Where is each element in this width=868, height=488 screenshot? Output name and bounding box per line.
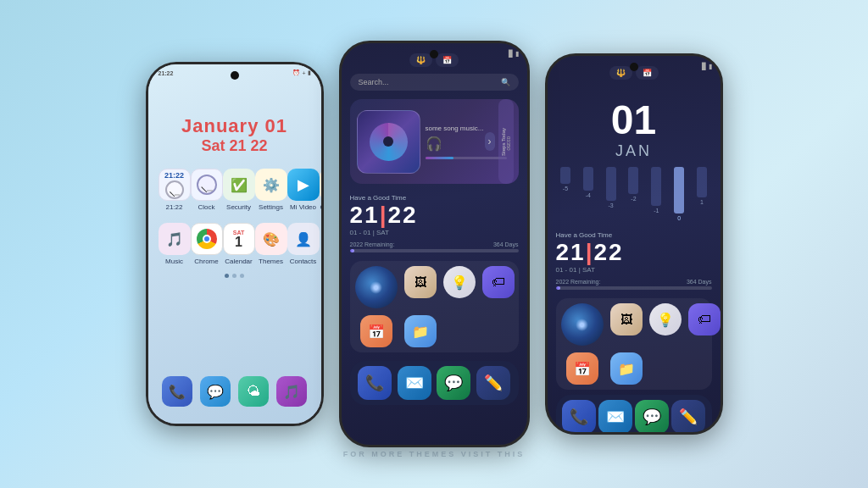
files-app-3[interactable]: 📁 [610,352,643,385]
dock-notes-3[interactable]: ✏️ [671,400,705,434]
apps-grid-2: 🖼 💡 🏷 📅 📁 [350,261,519,352]
day-strip-3: -5 -4 -3 -2 -1 [548,167,721,221]
fork-icon-3: 🔱 [616,69,626,77]
themes-app-item[interactable]: 🎨 Themes [255,223,287,265]
day-label-minus5: -5 [563,186,568,191]
dock-phone-icon[interactable]: 📞 [162,376,192,407]
vinyl-center [383,136,393,147]
calendar-big-icon: 📅 [360,315,392,347]
camera-notch-2 [430,50,438,58]
calendar-big-app-3[interactable]: 📅 [561,352,604,385]
minute-3: 22 [594,239,624,265]
dot-2 [232,274,236,278]
settings-app-label: Settings [259,203,283,211]
battery-icon-3: ▮ [709,63,712,70]
mivideo-app-label: Mi Video [290,203,316,211]
fork-icon: 🔱 [416,56,426,64]
gallery-app-3[interactable]: 🖼 [610,303,643,346]
progress-fill-2 [350,249,355,252]
next-arrow[interactable]: › [485,132,495,151]
files-icon-3: 📁 [610,352,643,385]
calendar-app-item[interactable]: SAT 1 Calendar [223,223,255,265]
contacts-app-label: Contacts [290,258,317,265]
dock-notes-2[interactable]: ✏️ [476,366,510,400]
clock-app-label: Clock [198,203,214,211]
album-cover [357,110,420,174]
themes-app-icon: 🎨 [255,223,287,255]
files-app[interactable]: 📁 [404,315,437,347]
dock-messages-2[interactable]: ✉️ [398,366,431,400]
time-display-3: Have a Good Time 21|22 01 - 01 | SAT [556,231,712,274]
lamp-icon: 💡 [443,266,476,298]
day-minus4: -4 [583,167,593,221]
lamp-app-3[interactable]: 💡 [649,303,682,346]
sticker-app-3[interactable]: 🏷 [688,303,721,346]
clock-widget-icon: 21:22 [159,169,191,201]
day-minus1: -1 [651,167,661,221]
lamp-icon-3: 💡 [649,303,682,336]
chrome-app-item[interactable]: Chrome [191,223,223,265]
clock-widget-item[interactable]: 21:22 21:22 [159,169,191,211]
day-minus3: -3 [606,167,616,221]
dock-chat-3[interactable]: 💬 [635,400,669,434]
progress-fill-3 [556,286,561,290]
volume-up-1 [146,124,148,145]
phone-1: 21:22 ⏰ + ▮ January 01 Sat 21 22 [146,62,324,426]
day-today: 0 [674,167,684,221]
search-bar-2[interactable]: Search... 🔍 [350,74,519,91]
dock-messages-icon[interactable]: 💬 [200,376,231,407]
day-label-today: 0 [677,215,681,221]
dock-chat-2[interactable]: 💬 [437,366,470,400]
icons-row-1: 21:22 21:22 Clock [159,169,311,211]
gallery-icon-wrap: 🖼 [404,266,437,298]
sticker-app[interactable]: 🏷 [482,266,515,308]
chrome-app-icon [191,223,223,255]
bottom-dock-2: 📞 ✉️ 💬 ✏️ [350,361,519,405]
watermark-text: FOR MORE THEMES VISIT THIS [343,450,526,458]
dock-weather-icon[interactable]: 🌤 [238,376,269,407]
calculator-app-item[interactable]: 🧮 Calculator [320,169,324,211]
song-progress-track [426,157,507,159]
clock-widget-label: 21:22 [165,203,182,211]
days-remaining-2: 364 Days [493,241,519,247]
vinyl-disc [370,123,408,161]
gallery-app[interactable]: 🖼 [404,266,437,308]
headphones-icon[interactable]: 🎧 [426,136,442,152]
power-button-1 [321,132,324,166]
eyeball-app-3[interactable] [561,303,604,346]
day-bar-minus3 [606,167,616,201]
chrome-app-label: Chrome [194,258,218,265]
music-app-item[interactable]: 🎵 Music [159,223,191,265]
security-app-icon: ✅ [223,169,255,201]
settings-app-item[interactable]: ⚙️ Settings [255,169,287,211]
lamp-app[interactable]: 💡 [443,266,476,308]
day-label-minus1: -1 [654,208,659,214]
calendar-big-app[interactable]: 📅 [355,315,398,347]
status-pill-3a: 🔱 [609,66,632,80]
sticker-icon-3: 🏷 [688,303,721,336]
contacts-app-item[interactable]: 👤 Contacts [287,223,320,265]
dock-phone-3[interactable]: 📞 [562,400,596,434]
camera-notch-3 [630,63,638,71]
eyeball-app[interactable] [355,266,398,308]
clock-app-item[interactable]: Clock [191,169,223,211]
contacts-app-icon: 👤 [287,223,320,255]
clock-app-icon [191,169,223,201]
mivideo-app-item[interactable]: ▶ Mi Video [287,169,320,211]
good-time-label-2: Have a Good Time [350,194,519,202]
status-time-1: 21:22 [159,70,174,76]
calendar-icon-3: 📅 [643,69,652,77]
status-pill-3b: 📅 [636,66,659,80]
dock-messages-3[interactable]: ✉️ [598,400,632,434]
battery-signal-area: ▊ ▮ [509,50,519,58]
battery-signal-3: ▊ ▮ [702,63,712,70]
phone-2: 🔱 📅 ▊ ▮ Search... 🔍 [339,41,530,447]
month-day-line: January 01 [159,115,311,137]
days-remaining-3: 364 Days [687,279,712,285]
apps-grid-3: 🖼 💡 🏷 📅 📁 [556,298,712,390]
p3-date-display: 01 JAN [548,83,721,167]
plus-icon: + [302,70,305,76]
dock-phone-2[interactable]: 📞 [358,366,392,400]
dock-music-icon[interactable]: 🎵 [276,376,307,407]
security-app-item[interactable]: ✅ Security [223,169,255,211]
